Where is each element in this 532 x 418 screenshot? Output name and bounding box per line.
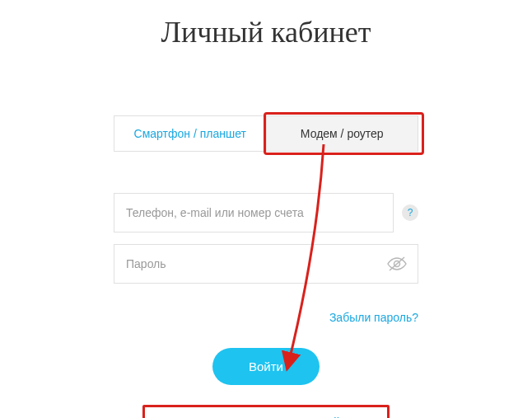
login-input-row: ? [114, 193, 418, 232]
help-icon[interactable]: ? [402, 204, 418, 221]
password-input-row [114, 244, 418, 284]
login-form: Смартфон / планшет Модем / роутер ? [114, 115, 418, 418]
password-input[interactable] [114, 245, 386, 283]
forgot-password-link[interactable]: Забыли пароль? [329, 311, 418, 324]
forgot-row: Забыли пароль? [114, 310, 418, 325]
login-button[interactable]: Войти [212, 348, 320, 385]
tab-smartphone[interactable]: Смартфон / планшет [114, 116, 266, 151]
device-tabs: Смартфон / планшет Модем / роутер [114, 115, 418, 152]
register-link-wrap: Зарегистрировать новое устройство [144, 406, 388, 418]
tab-modem-label: Модем / роутер [301, 127, 384, 140]
eye-off-icon[interactable] [386, 256, 408, 272]
tab-modem[interactable]: Модем / роутер [266, 116, 418, 151]
password-wrap [114, 244, 418, 284]
login-input[interactable] [114, 193, 394, 232]
page-title: Личный кабинет [161, 15, 371, 49]
